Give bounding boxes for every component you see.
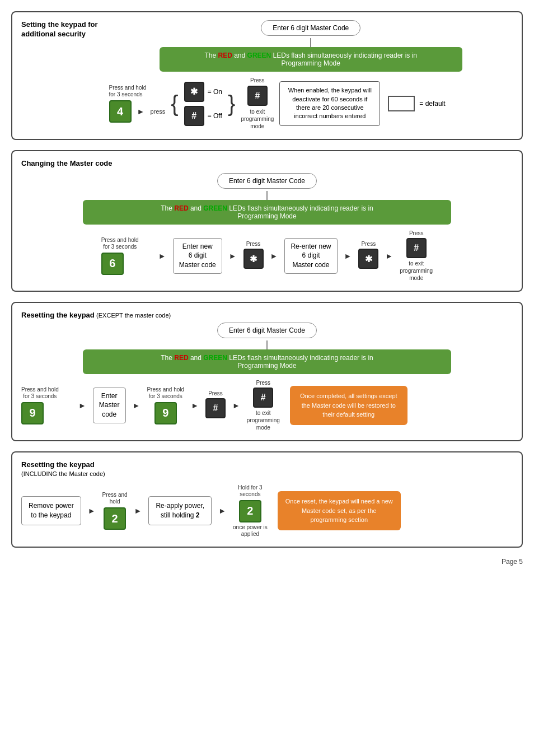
section1-title: Setting the keypad for additional securi… (21, 20, 98, 39)
section-changing-master: Changing the Master code Enter 6 digit M… (11, 150, 523, 292)
arrow-3d: ► (232, 401, 240, 410)
key-4-btn: 4 (109, 100, 132, 123)
section4-title: Resetting the keypad (21, 460, 95, 469)
section-resetting-except: Resetting the keypad (EXCEPT the master … (11, 302, 523, 441)
arrow-4: ► (270, 251, 278, 260)
enter-code-box-2: Enter 6 digit Master Code (217, 173, 317, 189)
key-hash-3a: # (205, 398, 226, 418)
key-9-btn-1: 9 (21, 402, 44, 424)
arrow-4c: ► (218, 506, 226, 515)
press-star-label: Press (246, 241, 261, 247)
press-hold-label-1: Press and holdfor 3 seconds (109, 85, 147, 98)
press-star2-label: Press (362, 241, 376, 247)
green-led-3: GREEN (203, 354, 227, 362)
default-rect (388, 96, 415, 111)
key-star-on: ✱ (184, 82, 204, 102)
section3-title: Resetting the keypad (21, 311, 95, 319)
press-hold2-label: Press and holdfor 3 seconds (147, 386, 184, 400)
green-led-2: GREEN (203, 204, 227, 212)
when-enabled-box: When enabled, the keypad will deactivate… (279, 81, 380, 126)
section3-subtitle: (EXCEPT the master code) (96, 312, 171, 319)
key-hash-off: # (184, 106, 204, 126)
press-hash-label-1: Press (250, 77, 265, 83)
remove-power-box: Remove powerto the keypad (21, 496, 81, 525)
arrow-6: ► (385, 251, 393, 260)
brace-close: } (228, 92, 235, 115)
enter-master-code-box: EnterMastercode (93, 388, 126, 423)
arrow-3b: ► (133, 401, 140, 410)
hold-for-label: Hold for 3seconds (238, 484, 262, 498)
once-reset-box: Once reset, the keypad will need a new M… (278, 491, 401, 530)
page-number: Page 5 (11, 558, 523, 566)
enter-new-box: Enter new6 digitMaster code (173, 238, 222, 274)
key-hash-exit-1: # (247, 86, 268, 106)
enter-code-box-1: Enter 6 digit Master Code (261, 20, 360, 36)
enter-code-box-3: Enter 6 digit Master Code (217, 323, 317, 338)
red-led-2: RED (174, 204, 188, 212)
default-label: = default (419, 100, 445, 108)
key-hash-3b: # (253, 388, 273, 408)
arrow-3a: ► (78, 401, 86, 410)
green-led-1: GREEN (247, 52, 271, 59)
key-star-1: ✱ (243, 249, 264, 269)
press-small-label: press (150, 108, 165, 115)
key-6-btn: 6 (101, 253, 124, 275)
section-resetting-including: Resetting the keypad (INCLUDING the Mast… (11, 451, 523, 548)
section-setting-keypad: Setting the keypad for additional securi… (11, 11, 523, 140)
arrow-3: ► (229, 251, 237, 260)
red-led-1: RED (218, 52, 232, 59)
key-2-btn-2: 2 (239, 500, 261, 522)
key-9-btn-2: 9 (154, 402, 177, 424)
once-power-label: once power isapplied (233, 524, 268, 538)
press-hold1-label: Press and holdfor 3 seconds (21, 386, 59, 400)
exit-label-1: to exitprogrammingmode (241, 108, 274, 130)
press-hash2-label: Press (256, 380, 271, 386)
arrow-3c: ► (191, 401, 199, 410)
key-star-2: ✱ (358, 249, 378, 269)
press-hash1-label: Press (208, 390, 223, 396)
arrow-1: ► (137, 107, 145, 116)
key-2-btn-1: 2 (104, 507, 126, 530)
press-hash-label-2: Press (409, 230, 424, 236)
section4-subtitle: (INCLUDING the Master code) (21, 470, 105, 477)
on-label: = On (208, 88, 222, 96)
exit-label-3: to exitprogrammingmode (247, 409, 280, 431)
arrow-2: ► (158, 251, 166, 260)
on-off-group: ✱ = On # = Off (184, 82, 222, 126)
once-completed-box: Once completed, all settings except the … (290, 386, 407, 425)
press-hold4-label: Press andhold (102, 492, 128, 505)
off-label: = Off (208, 112, 222, 120)
arrow-4b: ► (134, 506, 142, 515)
reenter-box: Re-enter new6 digitMaster code (284, 238, 337, 274)
key-hash-exit-2: # (406, 238, 427, 258)
brace-open: { (171, 92, 178, 115)
red-led-3: RED (174, 354, 188, 362)
exit-label-2: to exitprogrammingmode (400, 260, 433, 282)
reapply-power-box: Re-apply power,still holding 2 (148, 496, 212, 525)
press-hold-label-2: Press and holdfor 3 seconds (101, 237, 139, 250)
section2-title: Changing the Master code (21, 159, 513, 169)
arrow-4a: ► (88, 506, 96, 515)
arrow-5: ► (344, 251, 352, 260)
